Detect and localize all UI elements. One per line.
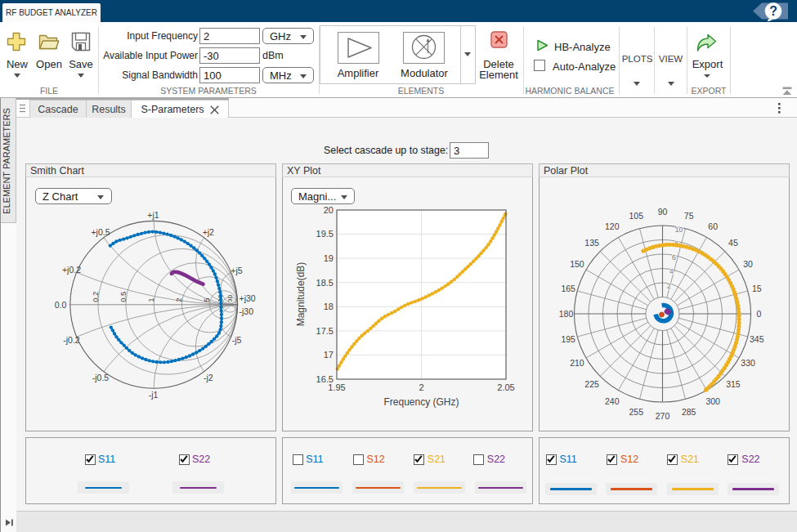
svg-text:17: 17 — [324, 350, 334, 360]
svg-text:1.95: 1.95 — [328, 382, 345, 392]
svg-text:90: 90 — [658, 207, 668, 217]
svg-text:210: 210 — [570, 358, 584, 368]
svg-text:300: 300 — [705, 396, 720, 406]
svg-text:+j5: +j5 — [231, 266, 242, 275]
svg-text:0: 0 — [757, 309, 762, 319]
svg-text:+j30: +j30 — [240, 293, 256, 303]
svg-text:17.5: 17.5 — [316, 326, 334, 336]
svg-text:285: 285 — [682, 407, 696, 417]
svg-text:1: 1 — [146, 298, 155, 302]
svg-text:19: 19 — [324, 253, 334, 263]
svg-text:30: 30 — [743, 259, 753, 269]
svg-text:+j2: +j2 — [203, 227, 214, 237]
svg-text:60: 60 — [708, 221, 718, 231]
svg-text:10: 10 — [675, 226, 683, 234]
svg-text:18: 18 — [324, 302, 334, 311]
svg-text:+j0.5: +j0.5 — [91, 227, 110, 237]
svg-text:0.2: 0.2 — [91, 292, 100, 302]
svg-text:330: 330 — [741, 358, 755, 368]
svg-text:4: 4 — [669, 267, 674, 275]
svg-text:20: 20 — [324, 205, 334, 215]
svg-text:5: 5 — [203, 298, 212, 302]
svg-text:15: 15 — [752, 284, 762, 293]
svg-text:345: 345 — [750, 334, 764, 344]
svg-text:225: 225 — [584, 379, 599, 389]
svg-text:-j30: -j30 — [240, 306, 254, 316]
svg-text:270: 270 — [656, 411, 670, 421]
svg-text:165: 165 — [561, 284, 575, 293]
svg-text:315: 315 — [726, 379, 741, 389]
svg-text:30: 30 — [226, 294, 234, 302]
svg-text:180: 180 — [559, 309, 574, 319]
svg-text:2: 2 — [667, 282, 671, 290]
svg-text:105: 105 — [629, 211, 644, 221]
svg-text:-j5: -j5 — [232, 335, 242, 345]
svg-text:75: 75 — [684, 211, 694, 221]
svg-text:45: 45 — [728, 238, 738, 248]
svg-text:6: 6 — [672, 253, 676, 262]
svg-text:150: 150 — [570, 259, 584, 269]
svg-text:0.5: 0.5 — [119, 292, 128, 302]
svg-text:-j1: -j1 — [149, 390, 159, 400]
svg-text:-j2: -j2 — [204, 373, 213, 382]
svg-text:+j0.2: +j0.2 — [62, 265, 81, 275]
svg-text:0.0: 0.0 — [55, 300, 67, 310]
svg-text:Magnitude(dB): Magnitude(dB) — [295, 262, 307, 327]
svg-text:2: 2 — [174, 298, 183, 302]
svg-text:-j0.5: -j0.5 — [92, 373, 110, 382]
svg-text:240: 240 — [605, 396, 620, 406]
svg-text:2: 2 — [419, 382, 423, 392]
svg-text:120: 120 — [605, 221, 620, 231]
svg-text:255: 255 — [629, 407, 644, 417]
svg-text:Frequency (GHz): Frequency (GHz) — [383, 396, 459, 408]
svg-text:?: ? — [769, 4, 777, 18]
svg-text:19.5: 19.5 — [316, 229, 334, 239]
svg-text:2.05: 2.05 — [497, 382, 514, 392]
svg-text:195: 195 — [561, 334, 575, 344]
svg-text:18.5: 18.5 — [316, 278, 334, 288]
svg-text:+j1: +j1 — [147, 210, 159, 220]
svg-text:135: 135 — [584, 238, 599, 248]
svg-text:-j0.2: -j0.2 — [63, 335, 80, 345]
